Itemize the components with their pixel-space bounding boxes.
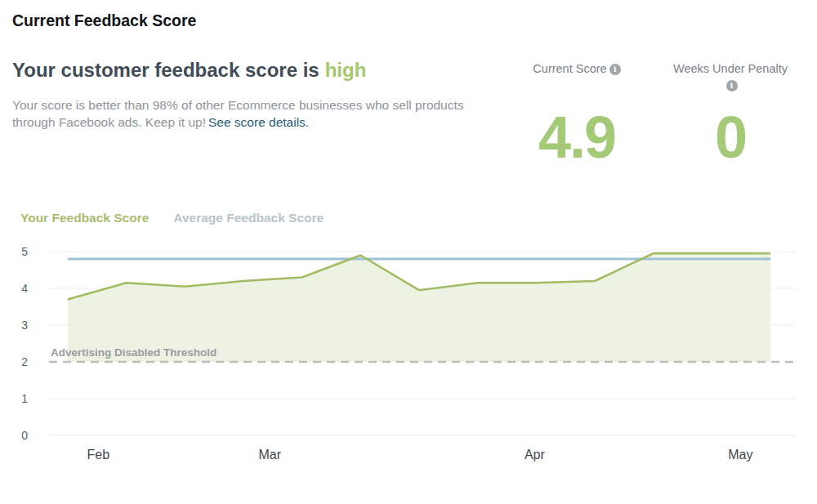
- summary-heading-text: Your customer feedback score is: [12, 59, 319, 81]
- current-score-label-row: Current Scorei: [511, 60, 642, 100]
- summary-description: Your score is better than 98% of other E…: [12, 96, 482, 131]
- see-score-details-link[interactable]: See score details.: [208, 115, 309, 129]
- weeks-under-penalty-value: 0: [668, 108, 792, 167]
- x-tick-label: Apr: [525, 448, 546, 462]
- threshold-label: Advertising Disabled Threshold: [51, 346, 217, 359]
- legend-your-feedback-score[interactable]: Your Feedback Score: [20, 211, 149, 225]
- feedback-chart-svg: 012345FebMarAprMayAdvertising Disabled T…: [16, 237, 795, 490]
- y-tick-label: 0: [21, 429, 28, 442]
- y-tick-label: 3: [21, 319, 28, 332]
- score-stats: Current Scorei 4.9 Weeks Under Penaltyi …: [511, 60, 792, 167]
- legend-average-feedback-score[interactable]: Average Feedback Score: [173, 211, 324, 225]
- x-tick-label: Feb: [87, 448, 109, 462]
- summary-status-text: high: [325, 59, 367, 81]
- current-score-stat: Current Scorei 4.9: [511, 60, 642, 167]
- weeks-under-penalty-label: Weeks Under Penalty: [673, 62, 788, 75]
- info-icon[interactable]: i: [609, 64, 621, 75]
- x-tick-label: Mar: [258, 448, 281, 462]
- summary-heading: Your customer feedback score ishigh: [12, 59, 366, 82]
- weeks-under-penalty-label-row: Weeks Under Penaltyi: [668, 60, 792, 100]
- weeks-under-penalty-stat: Weeks Under Penaltyi 0: [668, 60, 792, 167]
- y-tick-label: 4: [21, 282, 28, 295]
- y-tick-label: 5: [21, 245, 28, 258]
- page-title: Current Feedback Score: [12, 11, 196, 30]
- feedback-chart: 012345FebMarAprMayAdvertising Disabled T…: [16, 237, 795, 490]
- current-score-value: 4.9: [511, 108, 642, 167]
- y-tick-label: 1: [21, 392, 28, 405]
- chart-legend: Your Feedback Score Average Feedback Sco…: [20, 211, 324, 225]
- y-tick-label: 2: [21, 355, 28, 368]
- current-score-label: Current Score: [533, 62, 606, 75]
- x-tick-label: May: [728, 448, 752, 462]
- info-icon[interactable]: i: [726, 80, 738, 91]
